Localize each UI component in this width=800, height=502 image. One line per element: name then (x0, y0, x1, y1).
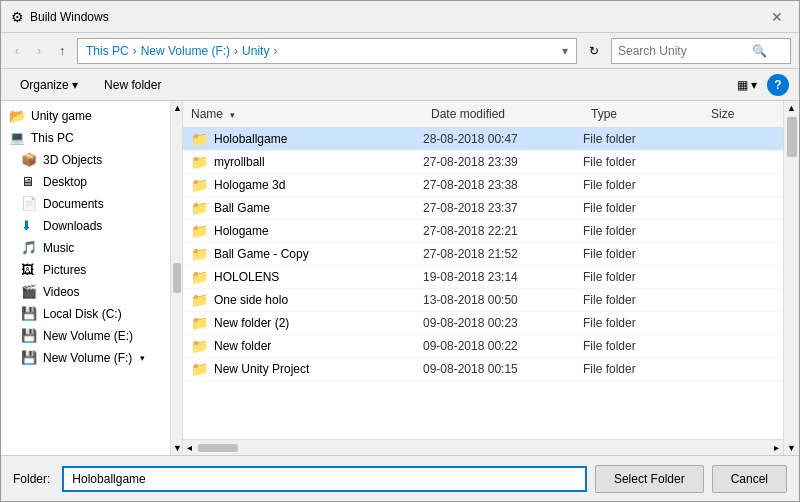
file-date-cell: 09-08-2018 00:15 (423, 362, 583, 376)
sidebar-item-localc[interactable]: Local Disk (C:) (1, 303, 170, 325)
file-date-cell: 27-08-2018 23:38 (423, 178, 583, 192)
file-name-text: Hologame (214, 224, 269, 238)
dialog-title: Build Windows (30, 10, 109, 24)
sidebar-item-label: Videos (43, 285, 79, 299)
pc-icon (9, 130, 25, 146)
sort-icon: ▾ (230, 110, 235, 120)
sidebar-item-3dobjects[interactable]: 3D Objects (1, 149, 170, 171)
table-row[interactable]: 📁 One side holo 13-08-2018 00:50 File fo… (183, 289, 783, 312)
breadcrumb-bar[interactable]: This PC › New Volume (F:) › Unity › ▾ (77, 38, 577, 64)
sidebar-item-label: Music (43, 241, 74, 255)
file-folder-icon: 📁 (191, 177, 208, 193)
back-button[interactable]: ‹ (9, 40, 25, 62)
view-button[interactable]: ▦ ▾ (731, 75, 763, 95)
cancel-button[interactable]: Cancel (712, 465, 787, 493)
new-folder-button[interactable]: New folder (95, 74, 170, 96)
horizontal-scrollbar[interactable]: ◂ ▸ (183, 439, 783, 455)
table-row[interactable]: 📁 New folder 09-08-2018 00:22 File folde… (183, 335, 783, 358)
sidebar-item-downloads[interactable]: Downloads (1, 215, 170, 237)
close-button[interactable]: ✕ (765, 7, 789, 27)
table-row[interactable]: 📁 Hologame 27-08-2018 22:21 File folder (183, 220, 783, 243)
file-type-cell: File folder (583, 247, 703, 261)
file-panel: Name ▾ Date modified Type Size 📁 Holobal… (183, 101, 783, 455)
file-name-text: New folder (2) (214, 316, 289, 330)
col-size-label: Size (711, 107, 734, 121)
file-name-cell: 📁 HOLOLENS (183, 269, 423, 285)
v-scroll-down[interactable]: ▼ (784, 441, 799, 455)
col-size-header[interactable]: Size (703, 105, 783, 123)
file-name-text: myrollball (214, 155, 265, 169)
organize-button[interactable]: Organize ▾ (11, 74, 87, 96)
table-row[interactable]: 📁 New Unity Project 09-08-2018 00:15 Fil… (183, 358, 783, 381)
col-date-header[interactable]: Date modified (423, 105, 583, 123)
breadcrumb-newvolume[interactable]: New Volume (F:) (141, 44, 230, 58)
select-folder-button[interactable]: Select Folder (595, 465, 704, 493)
file-date-cell: 27-08-2018 23:37 (423, 201, 583, 215)
v-scroll-thumb[interactable] (787, 117, 797, 157)
help-icon: ? (774, 78, 781, 92)
sidebar-scroll-up[interactable]: ▲ (171, 101, 182, 115)
table-row[interactable]: 📁 Holoballgame 28-08-2018 00:47 File fol… (183, 128, 783, 151)
col-name-header[interactable]: Name ▾ (183, 105, 423, 123)
sidebar-scroll-down[interactable]: ▼ (171, 441, 182, 455)
forward-button[interactable]: › (31, 40, 47, 62)
sidebar-item-label: 3D Objects (43, 153, 102, 167)
up-button[interactable]: ↑ (53, 40, 71, 62)
sidebar-item-unity-game[interactable]: Unity game (1, 105, 170, 127)
table-row[interactable]: 📁 myrollball 27-08-2018 23:39 File folde… (183, 151, 783, 174)
file-type-cell: File folder (583, 132, 703, 146)
sidebar-item-documents[interactable]: Documents (1, 193, 170, 215)
unity-game-icon (9, 108, 25, 124)
forward-icon: › (37, 44, 41, 58)
h-scroll-left[interactable]: ◂ (183, 442, 196, 453)
sidebar-scrollbar[interactable]: ▲ ▼ (171, 101, 183, 455)
title-bar-left: ⚙ Build Windows (11, 9, 109, 25)
folder-label: Folder: (13, 472, 50, 486)
col-type-header[interactable]: Type (583, 105, 703, 123)
bottom-bar: Folder: Select Folder Cancel (1, 455, 799, 501)
3d-icon (21, 152, 37, 168)
sidebar-item-label: New Volume (F:) (43, 351, 132, 365)
file-list-scrollbar[interactable]: ▲ ▼ (783, 101, 799, 455)
sidebar-scroll-thumb[interactable] (173, 263, 181, 293)
file-name-text: Ball Game - Copy (214, 247, 309, 261)
table-row[interactable]: 📁 Hologame 3d 27-08-2018 23:38 File fold… (183, 174, 783, 197)
file-date-cell: 09-08-2018 00:23 (423, 316, 583, 330)
file-type-cell: File folder (583, 178, 703, 192)
file-type-cell: File folder (583, 270, 703, 284)
file-date-cell: 19-08-2018 23:14 (423, 270, 583, 284)
sidebar-item-pictures[interactable]: Pictures (1, 259, 170, 281)
file-name-cell: 📁 New folder (2) (183, 315, 423, 331)
sidebar-item-desktop[interactable]: Desktop (1, 171, 170, 193)
h-scroll-thumb[interactable] (198, 444, 238, 452)
video-icon (21, 284, 37, 300)
sidebar-item-music[interactable]: Music (1, 237, 170, 259)
folder-input[interactable] (62, 466, 587, 492)
table-row[interactable]: 📁 Ball Game - Copy 27-08-2018 21:52 File… (183, 243, 783, 266)
file-name-text: New folder (214, 339, 271, 353)
sidebar-item-volf[interactable]: New Volume (F:) ▾ (1, 347, 170, 369)
file-name-cell: 📁 Ball Game (183, 200, 423, 216)
file-date-cell: 27-08-2018 22:21 (423, 224, 583, 238)
refresh-button[interactable]: ↻ (583, 40, 605, 62)
sidebar-item-label: This PC (31, 131, 74, 145)
breadcrumb-unity[interactable]: Unity (242, 44, 269, 58)
sidebar-item-thispc[interactable]: This PC (1, 127, 170, 149)
file-folder-icon: 📁 (191, 292, 208, 308)
file-type-cell: File folder (583, 362, 703, 376)
file-name-cell: 📁 myrollball (183, 154, 423, 170)
table-row[interactable]: 📁 HOLOLENS 19-08-2018 23:14 File folder (183, 266, 783, 289)
breadcrumb-chevron: ▾ (562, 44, 568, 58)
help-button[interactable]: ? (767, 74, 789, 96)
table-row[interactable]: 📁 Ball Game 27-08-2018 23:37 File folder (183, 197, 783, 220)
file-name-cell: 📁 New Unity Project (183, 361, 423, 377)
disk-e-icon (21, 328, 37, 344)
sidebar-item-vole[interactable]: New Volume (E:) (1, 325, 170, 347)
search-box[interactable]: 🔍 (611, 38, 791, 64)
search-input[interactable] (618, 44, 748, 58)
table-row[interactable]: 📁 New folder (2) 09-08-2018 00:23 File f… (183, 312, 783, 335)
breadcrumb-thispc[interactable]: This PC (86, 44, 129, 58)
v-scroll-up[interactable]: ▲ (784, 101, 799, 115)
h-scroll-right[interactable]: ▸ (770, 442, 783, 453)
sidebar-item-videos[interactable]: Videos (1, 281, 170, 303)
